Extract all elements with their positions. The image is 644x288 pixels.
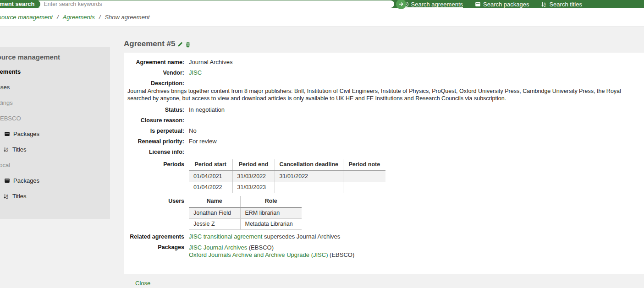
package-suffix: (EBSCO) — [328, 251, 354, 258]
vendor-link[interactable]: JISC — [189, 69, 202, 76]
field-description: Description: — [127, 80, 644, 87]
table-cell: 31/03/2022 — [232, 171, 275, 182]
field-value — [189, 149, 644, 155]
sidebar-item-local[interactable]: Local — [0, 162, 110, 168]
sidebar-item-ebsco-titles[interactable]: A Z Titles — [3, 146, 110, 152]
package-suffix: (EBSCO) — [247, 244, 274, 251]
column-header: Period note — [343, 159, 385, 171]
column-header: Period start — [189, 159, 232, 171]
table-row: Jessie Z Metadata Librarian — [189, 219, 302, 230]
field-agreement-name: Agreement name: Journal Archives — [127, 59, 644, 65]
search-context-label: Agreement search — [0, 0, 40, 8]
description-line: Journal Archives brings together content… — [127, 87, 644, 95]
sidebar-item-eholdings[interactable]: eHoldings — [0, 99, 110, 106]
sort-az-icon: A Z — [3, 147, 9, 152]
table-cell: 31/03/2023 — [232, 182, 275, 193]
nav-search-packages[interactable]: Search packages — [475, 0, 529, 8]
breadcrumb-separator: / — [99, 14, 101, 21]
sidebar-item-ebsco-packages[interactable]: Packages — [4, 130, 110, 137]
package-link[interactable]: Oxford Journals Archive and Archive Upgr… — [189, 251, 328, 258]
table-cell: 01/04/2022 — [189, 182, 232, 193]
column-header: Role — [240, 196, 302, 207]
top-search-bar: Agreement search Search agreements Searc… — [0, 0, 644, 8]
table-cell: ERM librarian — [240, 207, 302, 219]
breadcrumb-current: Show agreement — [105, 14, 149, 21]
table-cell: Metadata Librarian — [240, 219, 302, 230]
breadcrumb: E-resource management / Agreements / Sho… — [0, 14, 150, 21]
sidebar-item-local-titles[interactable]: A Z Titles — [3, 193, 110, 199]
archive-icon — [4, 131, 10, 137]
search-input[interactable] — [36, 0, 394, 8]
table-row: 01/04/2021 31/03/2022 31/01/2022 — [189, 171, 385, 182]
field-value: For review — [189, 138, 644, 145]
svg-text:Z: Z — [544, 4, 546, 7]
nav-search-titles[interactable]: A Z Search titles — [541, 0, 582, 8]
sidebar-item-agreements[interactable]: Agreements — [0, 68, 110, 75]
description-line: searched by anyone, but access to view a… — [127, 95, 644, 102]
main-content: Agreement #5 Agreement name: Journal Arc… — [124, 39, 644, 287]
sidebar-heading[interactable]: E-resource management — [0, 53, 110, 61]
sidebar-item-label: Titles — [12, 146, 27, 153]
svg-text:Z: Z — [6, 196, 8, 199]
users-table: Name Role Jonathan Field ERM librarian J… — [189, 196, 302, 230]
field-label: Periods — [127, 161, 184, 193]
column-header: Cancellation deadline — [275, 159, 343, 171]
delete-icon[interactable] — [185, 42, 191, 48]
table-header-row: Period start Period end Cancellation dea… — [189, 159, 385, 171]
archive-icon — [475, 1, 481, 7]
agreement-details-card: Agreement name: Journal Archives Vendor:… — [124, 53, 644, 274]
column-header: Name — [189, 196, 240, 207]
nav-search-agreements[interactable]: Search agreements — [403, 0, 463, 8]
field-label: Renewal priority: — [127, 138, 184, 145]
table-cell — [275, 182, 343, 193]
sort-az-icon: A Z — [541, 1, 547, 7]
field-label: Is perpetual: — [127, 128, 184, 134]
sidebar-item-label: eHoldings — [0, 99, 13, 106]
field-vendor: Vendor: JISC — [127, 70, 644, 76]
breadcrumb-separator: / — [57, 14, 59, 21]
table-cell — [343, 171, 385, 182]
field-users: Users Name Role Jonathan Field — [127, 196, 644, 230]
package-entry: JISC Journal Archives (EBSCO) — [189, 244, 644, 251]
sidebar-item-ebsco[interactable]: EBSCO — [0, 115, 110, 121]
periods-table: Period start Period end Cancellation dea… — [189, 159, 385, 193]
field-is-perpetual: Is perpetual: No — [127, 128, 644, 134]
top-navigation: Search agreements Search packages A Z Se… — [403, 0, 582, 8]
sidebar-item-label: Packages — [13, 177, 39, 184]
breadcrumb-bar: E-resource management / Agreements / Sho… — [0, 8, 644, 27]
search-group: Agreement search — [0, 0, 406, 8]
breadcrumb-eresource-management[interactable]: E-resource management — [0, 14, 53, 21]
close-button[interactable]: Close — [135, 280, 150, 287]
sidebar-item-label: Packages — [13, 130, 39, 137]
field-label: Vendor: — [127, 70, 184, 76]
field-label: Agreement name: — [127, 59, 184, 65]
field-renewal-priority: Renewal priority: For review — [127, 138, 644, 145]
edit-icon[interactable] — [177, 42, 183, 47]
field-value: Journal Archives — [189, 59, 644, 65]
field-periods: Periods Period start Period end Cancella… — [127, 159, 644, 193]
field-label: Description: — [127, 80, 184, 87]
page-title-text: Agreement #5 — [124, 39, 175, 49]
field-license-info: License info: — [127, 149, 644, 155]
related-agreement-link[interactable]: JISC transitional agreement — [189, 233, 262, 240]
sidebar-item-local-packages[interactable]: Packages — [4, 177, 110, 184]
sidebar: E-resource management Agreements License… — [0, 47, 110, 219]
table-cell: 01/04/2021 — [189, 171, 232, 182]
nav-label: Search packages — [483, 1, 529, 8]
sidebar-item-licenses[interactable]: Licenses — [0, 84, 110, 90]
package-entry: Oxford Journals Archive and Archive Upgr… — [189, 251, 644, 259]
field-label: Related agreements — [127, 234, 184, 240]
sidebar-item-label: Local — [0, 162, 10, 168]
page-title: Agreement #5 — [124, 39, 644, 49]
package-link[interactable]: JISC Journal Archives — [189, 244, 247, 251]
related-agreement-text: supersedes Journal Archives — [262, 233, 340, 240]
field-value — [189, 117, 644, 124]
field-label: License info: — [127, 149, 184, 155]
breadcrumb-agreements[interactable]: Agreements — [63, 14, 95, 21]
field-label: Users — [127, 198, 184, 230]
table-cell: 31/01/2022 — [275, 171, 343, 182]
description-text: Journal Archives brings together content… — [127, 87, 644, 102]
field-value: In negotiation — [189, 107, 644, 113]
page-body: E-resource management Agreements License… — [0, 39, 644, 288]
nav-label: Search titles — [549, 1, 582, 8]
